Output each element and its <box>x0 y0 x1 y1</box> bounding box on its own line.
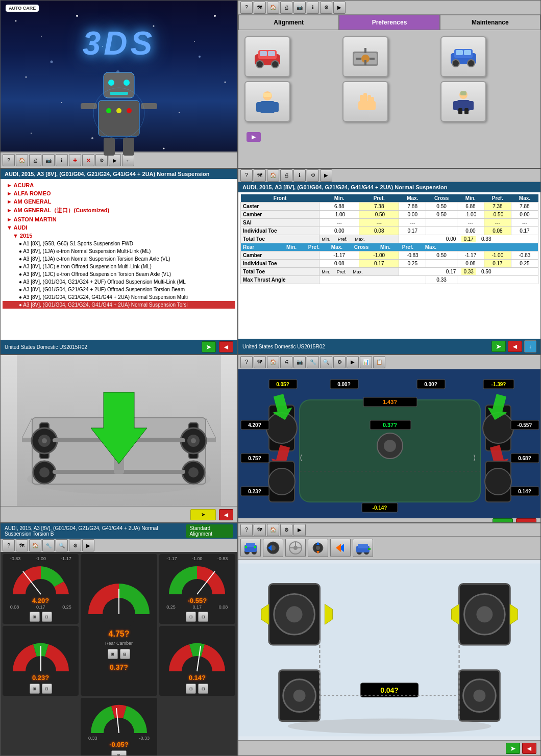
av-yellow-nav[interactable]: ➤ <box>190 509 216 520</box>
help-button[interactable]: ? <box>3 154 15 166</box>
la-help[interactable]: ? <box>240 356 253 368</box>
fr-tick-1: -1.00 <box>192 556 203 561</box>
wv-icon-wheel-left[interactable] <box>263 539 283 557</box>
gauge-fwd[interactable]: ▶ <box>82 539 94 551</box>
la-back-button[interactable]: ◄ <box>516 518 536 523</box>
col-pref2: Pref. <box>484 194 511 203</box>
av-back-button[interactable]: ◄ <box>219 509 233 520</box>
la-map[interactable]: 🗺 <box>254 356 266 368</box>
gauge-rr-icon2[interactable]: ⊟ <box>198 684 208 694</box>
a3-g04-torsion-item[interactable]: ● A3 [8V], (G01/G04, G21/G24 + 2UF) Offr… <box>3 286 235 293</box>
specs-gear[interactable]: ⚙ <box>307 169 319 182</box>
prefs-icon-settings[interactable] <box>342 36 388 77</box>
tab-alignment[interactable]: Alignment <box>238 15 339 30</box>
wv-home[interactable]: 🏠 <box>267 524 279 536</box>
la-wrench[interactable]: 🔧 <box>307 356 319 368</box>
gauge-c-icon2[interactable]: ⊟ <box>120 649 130 659</box>
camera-button[interactable]: 📷 <box>42 154 55 166</box>
wv-icon-car-side[interactable] <box>353 539 373 557</box>
wv-icon-steering[interactable] <box>285 539 306 557</box>
la-fwd[interactable]: ▶ <box>347 356 359 368</box>
wv-icon-car-front[interactable] <box>240 539 261 557</box>
gauge-zoom[interactable]: 🔍 <box>56 539 68 551</box>
a3-1ja-vl-item[interactable]: ● A3 [8V], (1JA) e-tron Normal Suspensio… <box>3 255 235 263</box>
prefs-map[interactable]: 🗺 <box>254 2 266 14</box>
specs-home[interactable]: 🏠 <box>267 169 279 182</box>
la-home[interactable]: 🏠 <box>267 356 279 368</box>
wv-help[interactable]: ? <box>240 524 253 536</box>
home-button[interactable]: 🏠 <box>16 154 28 166</box>
tab-preferences[interactable]: Preferences <box>339 15 439 30</box>
a3-1ja-ml-item[interactable]: ● A3 [8V], (1JA) e-tron Normal Suspensio… <box>3 247 235 255</box>
a3-1jc-ml-item[interactable]: ● A3 [8V], (1JC) e-tron Offroad Suspensi… <box>3 263 235 270</box>
wv-fwd[interactable]: ▶ <box>293 524 306 536</box>
la-gear[interactable]: ⚙ <box>333 356 346 368</box>
gauge-rr-icon1[interactable]: ⊞ <box>186 684 196 694</box>
alfa-romeo-item[interactable]: ► ALFA ROMEO <box>3 189 235 197</box>
gauge-rl-icon2[interactable]: ⊟ <box>42 684 52 694</box>
gauge-home[interactable]: 🏠 <box>29 539 41 551</box>
am-general-import-item[interactable]: ► AM GENERAL（进口）(Customized) <box>3 206 235 215</box>
audi-item[interactable]: ▼ AUDI <box>3 223 235 232</box>
prefs-cam[interactable]: 📷 <box>293 2 306 14</box>
aston-martin-item[interactable]: ► ASTON MARTIN <box>3 215 235 223</box>
prefs-gear[interactable]: ⚙ <box>320 2 332 14</box>
la-zoom[interactable]: 🔍 <box>320 356 332 368</box>
gauge-help[interactable]: ? <box>3 539 15 551</box>
specs-back-button[interactable]: ◄ <box>508 341 522 352</box>
a1-item[interactable]: ● A1 [8X], (G58, G60) S1 Sports Suspensi… <box>3 240 235 247</box>
la-extra1[interactable]: 📊 <box>360 356 372 368</box>
gauge-fl-icon2[interactable]: ⊟ <box>42 612 52 622</box>
specs-help[interactable]: ? <box>240 169 253 182</box>
wv-next-button[interactable]: ➤ <box>506 743 520 754</box>
prefs-icon-hand[interactable] <box>342 81 388 122</box>
la-extra2[interactable]: 📋 <box>373 356 385 368</box>
wv-icon-wheel-arrows[interactable] <box>308 539 328 557</box>
prefs-home[interactable]: 🏠 <box>267 2 279 14</box>
gauge-rl-icon1[interactable]: ⊞ <box>30 684 40 694</box>
prefs-icon-worker[interactable] <box>244 81 290 122</box>
specs-info[interactable]: ℹ <box>293 169 306 182</box>
acura-item[interactable]: ► ACURA <box>3 181 235 189</box>
gauge-fl-icon1[interactable]: ⊞ <box>30 612 40 622</box>
wv-icon-arrows-left[interactable] <box>330 539 351 557</box>
gauge-gear[interactable]: ⚙ <box>69 539 81 551</box>
wv-map[interactable]: 🗺 <box>254 524 266 536</box>
prefs-icon-car2[interactable] <box>440 36 486 77</box>
gauge-wrench[interactable]: 🔧 <box>42 539 55 551</box>
specs-print[interactable]: 🖨 <box>280 169 292 182</box>
gauge-c-icon1[interactable]: ⊞ <box>108 649 118 659</box>
audi-2015-item[interactable]: ▼ 2015 <box>3 232 235 240</box>
wv-back-button[interactable]: ◄ <box>522 743 536 754</box>
gauge-fr-icon2[interactable]: ⊟ <box>198 612 208 622</box>
specs-fwd[interactable]: ▶ <box>320 169 332 182</box>
am-general-item[interactable]: ► AM GENERAL <box>3 197 235 206</box>
prefs-icon-car[interactable] <box>244 36 290 77</box>
vehicle-tree[interactable]: ► ACURA ► ALFA ROMEO ► AM GENERAL ► AM G… <box>1 179 237 340</box>
prefs-info[interactable]: ℹ <box>307 2 319 14</box>
vl-next-button[interactable]: ➤ <box>202 341 216 352</box>
a3-g44-ml-item[interactable]: ● A3 [8V], (G01/G04, G21/G24, G41/G44 + … <box>3 293 235 301</box>
vl-back-button[interactable]: ◄ <box>219 341 233 352</box>
la-next-button[interactable]: ➤ <box>493 518 513 523</box>
print-button[interactable]: 🖨 <box>29 154 41 166</box>
a3-g44-selected-item[interactable]: ● A3 [8V], (G01/G04, G21/G24, G41/G44 + … <box>3 301 235 309</box>
prefs-help[interactable]: ? <box>240 2 253 14</box>
specs-map[interactable]: 🗺 <box>254 169 266 182</box>
specs-next-button[interactable]: ➤ <box>491 341 506 352</box>
prefs-icon-man[interactable] <box>440 81 486 122</box>
gauge-map[interactable]: 🗺 <box>16 539 28 551</box>
la-print[interactable]: 🖨 <box>280 356 292 368</box>
a3-g04-ml-item[interactable]: ● A3 [8V], (G01/G04, G21/G24 + 2UF) Offr… <box>3 278 235 286</box>
specs-download[interactable]: ↓ <box>524 340 536 352</box>
tab-maintenance[interactable]: Maintenance <box>440 15 540 30</box>
gauge-thrust-icon[interactable]: ⊞ <box>111 750 127 756</box>
la-cam[interactable]: 📷 <box>293 356 306 368</box>
prefs-nav-button[interactable]: ▶ <box>247 132 261 142</box>
prefs-print[interactable]: 🖨 <box>280 2 292 14</box>
a3-1jc-vl-item[interactable]: ● A3 [8V], (1JC) e-tron Offroad Suspensi… <box>3 270 235 278</box>
info-button[interactable]: ℹ <box>56 154 68 166</box>
gauge-fr-icon1[interactable]: ⊞ <box>186 612 196 622</box>
prefs-fwd[interactable]: ▶ <box>333 2 346 14</box>
wv-gear1[interactable]: ⚙ <box>280 524 292 536</box>
